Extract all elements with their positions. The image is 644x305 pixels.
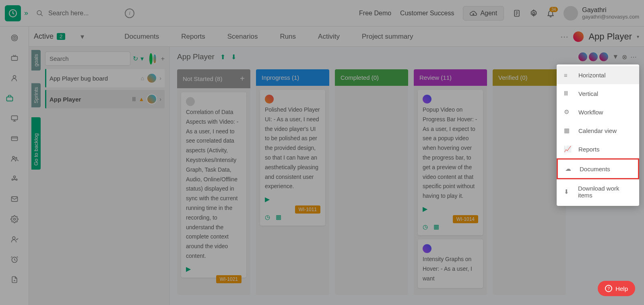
filter-icon[interactable]: ▼ [612, 53, 619, 60]
more-icon[interactable]: ⋯ [560, 32, 568, 41]
filter-icon[interactable]: ▾ [140, 55, 144, 62]
calendar-icon[interactable]: ▦ [433, 223, 439, 230]
tab-activity[interactable]: Activity [318, 33, 340, 41]
side-search-input[interactable] [45, 52, 130, 66]
play-icon[interactable]: ▶ [265, 195, 320, 203]
tab-runs[interactable]: Runs [280, 33, 296, 41]
agent-button[interactable]: Agent [463, 6, 504, 21]
notification-bell-icon[interactable]: 34 [547, 9, 555, 17]
add-card-icon[interactable]: + [240, 74, 245, 83]
assignee-avatar-icon [423, 95, 431, 104]
user-name: Gayathri [582, 6, 639, 14]
menu-workflow[interactable]: ⚙Workflow [557, 103, 639, 121]
close-icon[interactable]: ⊗ [622, 53, 627, 61]
vertical-tab-backlog[interactable]: Go to backlog [31, 117, 41, 170]
target-icon[interactable] [10, 34, 19, 42]
alarm-icon[interactable] [10, 255, 19, 264]
topbar: » i Free Demo Customer Success Agent 34 … [0, 0, 644, 27]
mail-icon[interactable] [10, 195, 19, 203]
clock-icon[interactable]: ◷ [265, 214, 270, 221]
user-email: gayathri@snovasys.com [582, 14, 639, 20]
assignee-avatar-icon [423, 244, 431, 253]
user-menu[interactable]: Gayathri gayathri@snovasys.com [564, 6, 639, 21]
board-item-app-player[interactable]: App Player Ⅲ▲› [45, 90, 165, 108]
customer-success-button[interactable]: Customer Success [400, 10, 454, 17]
settings-icon[interactable] [530, 9, 538, 17]
card-icon[interactable] [10, 135, 19, 143]
column-completed: Completed (0) [335, 69, 408, 295]
board-item-bug-board[interactable]: App Player bug board ⌂› [45, 69, 165, 87]
menu-reports[interactable]: 📈Reports [557, 140, 639, 158]
member-avatar[interactable] [578, 52, 588, 62]
work-item-card[interactable]: Intensity Graphs on Hover: - As a user, … [418, 239, 483, 288]
free-demo-button[interactable]: Free Demo [359, 10, 391, 17]
file-icon[interactable] [10, 276, 19, 284]
menu-documents[interactable]: ☁Documents [557, 158, 639, 179]
user-avatar [564, 6, 578, 21]
assignee-avatar [153, 54, 157, 64]
briefcase-icon[interactable] [0, 94, 23, 102]
play-icon[interactable]: ▶ [186, 265, 242, 273]
warning-icon: ▲ [138, 96, 144, 102]
column-verified: Verified (0) [493, 69, 566, 295]
play-icon[interactable]: ▶ [423, 205, 478, 213]
refresh-icon[interactable]: ↻ [133, 55, 138, 62]
chevron-right-icon: › [159, 96, 161, 102]
help-button[interactable]: ? Help [598, 281, 635, 296]
work-item-card[interactable]: Polished Video Player UI: - As a user, I… [260, 90, 325, 226]
menu-calendar-view[interactable]: ▦Calendar view [557, 121, 639, 140]
board-title: App Player [177, 52, 215, 61]
column-review: Review (11) Popup Video on Progress Bar … [414, 69, 487, 295]
tab-scenarios[interactable]: Scenarios [227, 33, 258, 41]
vertical-tab-goals[interactable]: goals [31, 50, 41, 71]
people-icon[interactable] [10, 155, 19, 163]
work-item-card[interactable]: Correlation of Data Aspects with Video: … [181, 92, 246, 278]
monitor-icon[interactable] [10, 114, 19, 122]
project-avatar [573, 31, 584, 42]
team-icon[interactable] [10, 175, 19, 183]
menu-vertical[interactable]: ⅢVertical [557, 84, 639, 103]
menu-horizontal[interactable]: ≡Horizontal [557, 66, 639, 84]
work-item-card[interactable]: Popup Video on Progress Bar Hover: - As … [418, 90, 483, 235]
svg-point-13 [15, 158, 17, 159]
notification-badge: 34 [549, 7, 558, 12]
column-title: Verified (0) [498, 74, 528, 81]
project-dropdown-icon[interactable]: ▾ [637, 34, 639, 39]
menu-download-work-items[interactable]: ⬇Download work items [557, 179, 639, 204]
project-name: App Player [588, 31, 632, 42]
side-panel: goals Sprints Go to backlog ↻ ▾ + App Pl… [29, 47, 170, 305]
clock-icon[interactable]: ◷ [423, 223, 428, 230]
assignee-avatar-icon [265, 95, 274, 104]
svg-rect-7 [11, 56, 17, 60]
gear-icon[interactable] [10, 215, 19, 223]
svg-point-3 [533, 12, 535, 14]
upload-icon[interactable]: ⬆ [220, 53, 225, 61]
gear-icon: ⚙ [564, 108, 571, 116]
expand-icon[interactable]: » [24, 9, 28, 17]
tab-documents[interactable]: Documents [124, 33, 159, 41]
svg-rect-9 [6, 97, 12, 101]
download-icon[interactable]: ⬇ [231, 53, 236, 61]
calendar-icon[interactable]: ▦ [276, 214, 281, 221]
svg-point-18 [13, 218, 15, 220]
info-icon[interactable]: i [125, 8, 134, 18]
document-icon[interactable] [513, 9, 521, 17]
person-icon[interactable] [10, 74, 19, 82]
left-navigation-rail [0, 27, 29, 305]
column-title: Not Started (8) [183, 75, 222, 82]
more-horizontal-icon[interactable]: ⋯ [630, 53, 637, 61]
user-check-icon[interactable] [10, 235, 19, 243]
member-avatar[interactable] [599, 52, 609, 62]
cloud-icon: ☁ [565, 165, 572, 172]
member-avatar[interactable] [588, 52, 599, 62]
cloud-download-icon [470, 10, 477, 17]
tab-reports[interactable]: Reports [181, 33, 205, 41]
tab-project-summary[interactable]: Project summary [362, 33, 413, 41]
vertical-tab-sprints[interactable]: Sprints [31, 83, 41, 107]
search-input[interactable] [48, 10, 121, 17]
app-logo[interactable] [5, 5, 21, 21]
add-button[interactable]: + [161, 55, 165, 62]
active-filter-dropdown[interactable]: Active 2 ▾ [34, 32, 84, 41]
tv-icon[interactable] [10, 54, 19, 62]
status-indicator [149, 53, 153, 64]
